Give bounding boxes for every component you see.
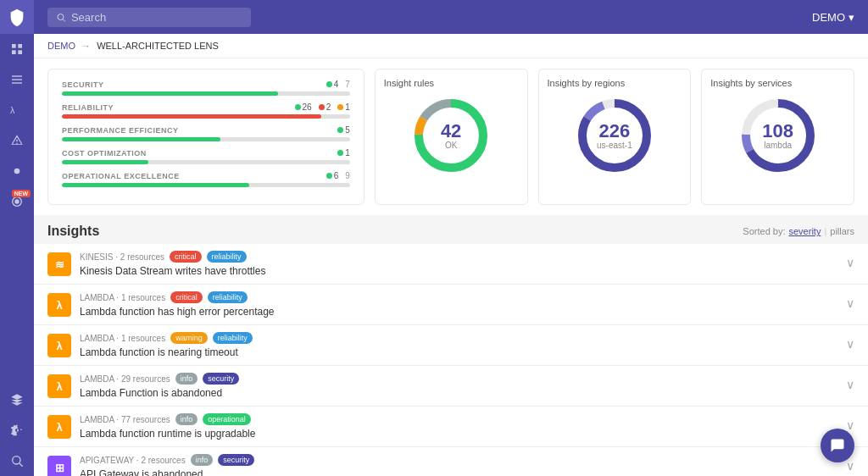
pillar-tag: operational xyxy=(203,413,251,425)
breadcrumb-separator: → xyxy=(81,41,91,51)
pillar-row: SECURITY 4 7 xyxy=(62,80,350,96)
main-content: DEMO ▾ DEMO → WELL-ARCHITECTED LENS SECU… xyxy=(34,0,868,476)
insight-title: Kinesis Data Stream writes have throttle… xyxy=(80,265,837,277)
insight-row[interactable]: λ LAMBDA · 77 resources info operational… xyxy=(34,407,868,447)
sort-severity-link[interactable]: severity xyxy=(789,226,821,236)
pillar-green: 26 xyxy=(295,102,312,112)
breadcrumb-root[interactable]: DEMO xyxy=(47,41,75,51)
insight-row[interactable]: λ LAMBDA · 29 resources info security La… xyxy=(34,366,868,407)
service-name: LAMBDA · 29 resources xyxy=(80,374,170,384)
service-icon: λ xyxy=(47,293,71,317)
topbar: DEMO ▾ xyxy=(34,0,868,34)
regions-center: 226 us-east-1 xyxy=(597,122,632,150)
service-name: LAMBDA · 77 resources xyxy=(80,415,170,424)
insight-title: Lambda Function is abandoned xyxy=(80,387,837,399)
svg-rect-5 xyxy=(12,79,22,80)
sidebar-item-dashboard[interactable] xyxy=(0,34,34,64)
service-name: APIGATEWAY · 2 resources xyxy=(80,456,186,465)
chevron-icon: ∨ xyxy=(846,378,854,391)
pillar-row: OPERATIONAL EXCELLENCE 6 9 xyxy=(62,171,350,187)
pillar-name: OPERATIONAL EXCELLENCE xyxy=(62,172,180,180)
chevron-icon: ∨ xyxy=(846,418,854,432)
service-name: KINESIS · 2 resources xyxy=(80,252,164,262)
insight-row[interactable]: λ LAMBDA · 1 resources critical reliabil… xyxy=(34,285,868,325)
insight-row[interactable]: ⊞ APIGATEWAY · 2 resources info security… xyxy=(34,447,868,476)
search-icon xyxy=(56,12,66,23)
insight-rules-card: Insight rules 42 OK xyxy=(375,69,528,205)
pillar-name: PERFORMANCE EFFICIENCY xyxy=(62,126,179,135)
pillar-counts: 6 9 xyxy=(326,171,350,180)
pillar-row: RELIABILITY 26 21 xyxy=(62,102,350,119)
sidebar-item-list[interactable] xyxy=(0,64,34,95)
sidebar-item-lambda[interactable]: λ xyxy=(0,95,34,125)
regions-value: 226 xyxy=(597,122,632,141)
search-input[interactable] xyxy=(71,11,242,24)
insight-row[interactable]: ≋ KINESIS · 2 resources critical reliabi… xyxy=(34,244,868,285)
search-wrapper[interactable] xyxy=(47,8,251,27)
pillar-total: 7 xyxy=(345,80,350,89)
service-name: LAMBDA · 1 resources xyxy=(80,293,165,302)
sort-pillars-link[interactable]: pillars xyxy=(830,226,854,236)
sidebar-item-layers[interactable] xyxy=(0,385,34,415)
sidebar-item-insights[interactable] xyxy=(0,156,34,186)
chat-button[interactable] xyxy=(821,429,854,462)
svg-point-13 xyxy=(58,14,64,19)
insight-title: Lambda function runtime is upgradable xyxy=(80,428,837,440)
svg-point-8 xyxy=(14,169,20,174)
sidebar-item-settings[interactable] xyxy=(0,415,34,446)
new-badge: NEW xyxy=(12,190,31,197)
pillar-orange: 1 xyxy=(337,102,350,112)
service-icon: λ xyxy=(47,415,71,439)
pillar-tag: security xyxy=(218,454,254,466)
insights-title: Insights xyxy=(47,224,99,239)
svg-rect-4 xyxy=(12,75,22,76)
chevron-icon: ∨ xyxy=(846,256,854,269)
pillar-header: SECURITY 4 7 xyxy=(62,80,350,89)
insight-meta: LAMBDA · 1 resources critical reliabilit… xyxy=(80,291,837,303)
sort-controls: Sorted by: severity | pillars xyxy=(743,226,854,236)
insight-row[interactable]: λ LAMBDA · 1 resources warning reliabili… xyxy=(34,325,868,366)
svg-rect-2 xyxy=(12,50,16,54)
pillar-bar-bg xyxy=(62,91,350,96)
svg-line-12 xyxy=(19,463,23,467)
insight-title: Lambda function is nearing timeout xyxy=(80,346,837,358)
service-icon: λ xyxy=(47,374,71,398)
insight-title: Lambda function has high error percentag… xyxy=(80,306,837,318)
pillar-total: 9 xyxy=(345,171,350,180)
dashboard-row: SECURITY 4 7 RELIABILITY 26 21 PERFORMAN… xyxy=(34,58,868,215)
chevron-icon: ∨ xyxy=(846,296,854,310)
svg-rect-6 xyxy=(12,82,22,83)
insight-meta: LAMBDA · 1 resources warning reliability xyxy=(80,332,837,344)
insights-header: Insights Sorted by: severity | pillars xyxy=(34,215,868,244)
pillar-bar-bg xyxy=(62,114,350,119)
app-logo[interactable] xyxy=(0,0,34,34)
insight-content: APIGATEWAY · 2 resources info security A… xyxy=(80,454,837,476)
regions-title: Insights by regions xyxy=(548,78,626,88)
pillar-bar-fill xyxy=(62,160,148,164)
svg-text:λ: λ xyxy=(10,105,15,115)
svg-rect-3 xyxy=(18,50,22,54)
user-menu[interactable]: DEMO ▾ xyxy=(812,11,854,24)
chevron-icon: ∨ xyxy=(846,459,854,473)
pillar-bar-fill xyxy=(62,91,278,96)
svg-rect-1 xyxy=(18,44,22,48)
pillar-counts: 4 7 xyxy=(326,80,350,89)
pillar-counts: 1 xyxy=(337,148,350,158)
sidebar-item-alerts[interactable] xyxy=(0,125,34,156)
service-name: LAMBDA · 1 resources xyxy=(80,334,165,343)
insight-rules-title: Insight rules xyxy=(384,78,434,88)
insight-meta: APIGATEWAY · 2 resources info security xyxy=(80,454,837,466)
pillar-header: OPERATIONAL EXCELLENCE 6 9 xyxy=(62,171,350,180)
service-icon: ≋ xyxy=(47,252,71,276)
pillar-green: 5 xyxy=(337,125,350,135)
sidebar-item-search[interactable] xyxy=(0,446,34,476)
dropdown-icon: ▾ xyxy=(849,11,854,24)
services-value: 108 xyxy=(762,122,793,141)
severity-tag: info xyxy=(175,373,198,385)
regions-label: us-east-1 xyxy=(597,141,632,150)
sidebar-item-ci[interactable]: NEW xyxy=(0,186,34,217)
sidebar: λ NEW xyxy=(0,0,34,476)
svg-rect-0 xyxy=(12,44,16,48)
pillar-green: 6 xyxy=(326,171,339,180)
pillar-header: COST OPTIMIZATION 1 xyxy=(62,148,350,158)
